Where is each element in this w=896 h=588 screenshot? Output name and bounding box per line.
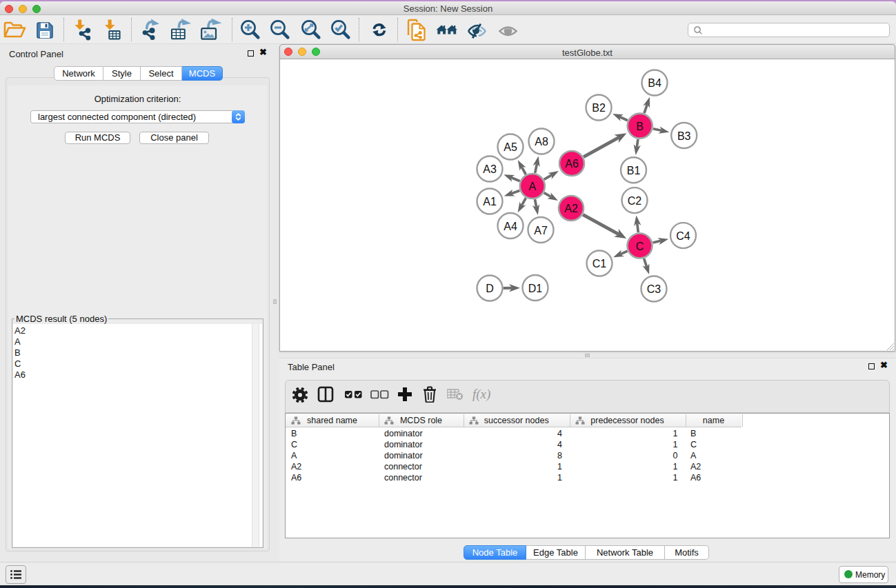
svg-text:A4: A4 [504, 221, 517, 232]
svg-text:C: C [636, 241, 644, 252]
svg-text:B1: B1 [627, 165, 641, 176]
svg-text:C1: C1 [593, 258, 607, 270]
svg-text:A1: A1 [483, 196, 497, 207]
svg-text:A6: A6 [565, 158, 579, 170]
svg-text:D1: D1 [528, 283, 543, 294]
svg-text:A: A [528, 181, 536, 192]
svg-text:C2: C2 [628, 195, 642, 207]
svg-text:B4: B4 [648, 77, 661, 89]
svg-text:A3: A3 [483, 163, 497, 175]
svg-text:B: B [636, 121, 644, 132]
svg-text:A7: A7 [534, 225, 548, 236]
svg-text:C3: C3 [647, 283, 661, 295]
svg-text:D: D [486, 283, 494, 294]
svg-text:B2: B2 [592, 102, 606, 114]
svg-text:A5: A5 [504, 141, 517, 153]
svg-text:C4: C4 [676, 230, 690, 242]
svg-text:B3: B3 [677, 130, 691, 142]
svg-text:A8: A8 [535, 136, 548, 148]
svg-text:A2: A2 [564, 203, 578, 214]
